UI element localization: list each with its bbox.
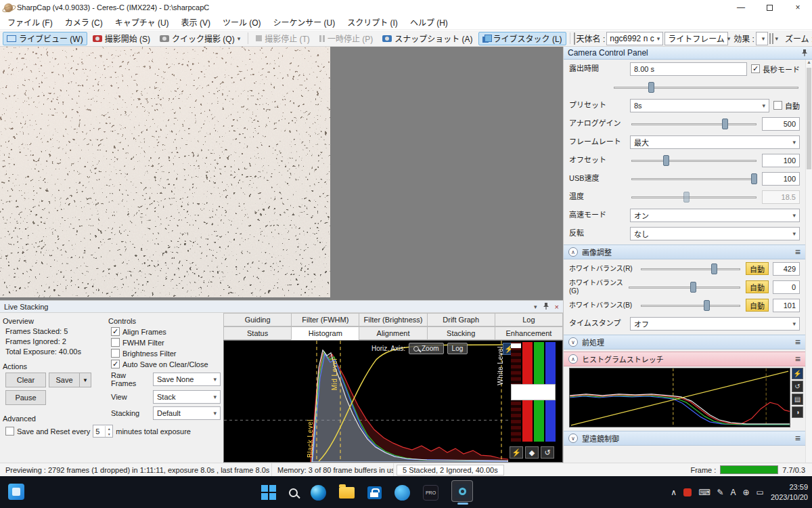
highspeed-select[interactable]: オン ▾ [630,209,800,222]
start-capture-button[interactable]: 撮影開始 (S) [89,32,154,45]
frame-type-combobox[interactable]: ライトフレーム ▾ [664,32,728,45]
tab-drift-graph[interactable]: Drift Graph [427,313,495,326]
scrollbar-thumb[interactable] [807,68,811,169]
fwhm-filter-checkbox[interactable]: FWHM Filter [111,338,222,347]
menu-camera[interactable]: カメラ (C) [59,15,109,29]
save-button[interactable]: Save [49,373,80,387]
wb-g-auto-button[interactable]: 自動 [746,280,769,293]
stacking-select[interactable]: Default ▾ [153,406,221,420]
stretch-histogram[interactable] [569,368,790,427]
usb-speed-value[interactable]: 100 [762,172,800,186]
pin-icon[interactable] [801,49,808,56]
reset-stretch-button[interactable]: ↺ [792,381,803,392]
slider-thumb[interactable] [751,173,757,184]
store-icon[interactable] [367,486,382,499]
save-dropdown-button[interactable]: ▼ [80,373,91,387]
zoom-button[interactable]: Zoom [409,343,444,354]
tab-filter-brightness[interactable]: Filter (Brightness) [359,313,427,326]
sharpcap-taskbar-icon[interactable] [451,480,473,502]
tray-expand-chevron[interactable]: ∧ [671,488,677,497]
clock[interactable]: 23:59 2023/10/20 [771,482,808,503]
clear-button[interactable]: Clear [5,373,46,387]
offset-slider[interactable] [630,154,758,167]
wb-b-slider[interactable] [639,299,742,312]
section-menu-icon[interactable]: ≡ [795,247,800,257]
preview-image[interactable] [0,47,330,297]
edge-icon[interactable] [311,485,326,501]
slider-thumb[interactable] [648,82,654,93]
auto-save-checkbox[interactable]: Auto Save on Clear/Close [111,360,222,368]
auto-stretch-button[interactable]: ⚡ [792,368,803,379]
preset-select[interactable]: 8s ▾ [630,99,769,112]
close-icon[interactable]: × [784,0,812,15]
save-reset-checkbox[interactable] [5,427,14,436]
menu-file[interactable]: ファイル (F) [1,15,59,29]
close-icon[interactable]: × [555,303,559,311]
pro-app-icon[interactable]: PRO [423,485,438,501]
effects-combobox[interactable]: ▾ [756,32,769,45]
section-preprocessing[interactable]: ∨ 前処理 ≡ [564,335,805,350]
section-menu-icon[interactable]: ≡ [795,433,800,444]
gain-value[interactable]: 500 [762,117,800,131]
pin-icon[interactable] [543,303,549,311]
tab-status[interactable]: Status [223,326,292,340]
snapshot-button[interactable]: スナップショット (A) [378,32,476,45]
pause-button[interactable]: Pause [5,390,46,405]
tab-histogram[interactable]: Histogram [291,326,359,340]
menu-help[interactable]: ヘルプ (H) [404,15,454,29]
tray-app-icon[interactable] [683,488,692,496]
reset-button[interactable]: ↺ [541,446,554,459]
brightness-filter-checkbox[interactable]: Brightness Filter [111,349,222,358]
live-view-button[interactable]: ライブビュー (W) [3,32,87,45]
search-icon[interactable] [289,488,298,497]
section-image-adjust[interactable]: ∧ 画像調整 ≡ [564,245,805,259]
wb-r-slider[interactable] [639,263,742,275]
file-explorer-icon[interactable] [339,487,355,499]
auto-exposure-checkbox[interactable]: 自動 [773,100,800,111]
wb-g-slider[interactable] [627,281,742,293]
slider-thumb[interactable] [704,300,710,311]
menu-sequencer[interactable]: シーケンサー (U) [267,15,342,29]
wb-r-auto-button[interactable]: 自動 [746,262,769,275]
flip-select[interactable]: なし ▾ [630,227,800,240]
wb-g-value[interactable]: 0 [773,280,800,294]
slider-thumb[interactable] [690,282,696,293]
minimize-icon[interactable]: — [727,0,755,15]
section-telescope[interactable]: ∨ 望遠鏡制御 ≡ [564,431,805,446]
display-stretch-button[interactable]: ◑ [792,406,803,418]
timestamp-select[interactable]: オフ ▾ [630,317,800,331]
framerate-select[interactable]: 最大 ▾ [630,135,800,149]
exposure-input[interactable]: 8.00 s [630,62,747,76]
keyboard-icon[interactable]: ⌨ [698,488,710,497]
pause-capture-button[interactable]: 一時停止 (P) [315,32,377,45]
tab-filter-fwhm[interactable]: Filter (FWHM) [291,313,359,326]
wb-b-auto-button[interactable]: 自動 [746,299,769,312]
maximize-icon[interactable] [755,0,784,15]
section-histogram-stretch[interactable]: ∧ ヒストグラムストレッチ ≡ [564,352,805,366]
save-stretch-button[interactable]: ▤ [792,394,803,405]
tab-enhancement[interactable]: Enhancement [495,326,563,340]
usb-speed-slider[interactable] [630,173,758,185]
object-name-combobox[interactable]: ngc6992 n c ▾ [606,32,663,45]
white-level-marker[interactable] [511,384,556,400]
midtone-button[interactable]: ◆ [525,446,539,459]
tab-guiding[interactable]: Guiding [223,313,292,326]
wb-r-value[interactable]: 429 [773,262,800,276]
menu-capture[interactable]: キャプチャ (U) [109,15,175,29]
section-menu-icon[interactable]: ≡ [795,354,800,364]
auto-stretch-button[interactable]: ⚡ [510,446,523,459]
offset-value[interactable]: 100 [762,154,800,167]
battery-icon[interactable]: ▭ [757,488,764,497]
tab-stacking[interactable]: Stacking [427,326,495,340]
section-menu-icon[interactable]: ≡ [795,337,800,347]
menu-script[interactable]: スクリプト (I) [341,15,404,29]
flat-frame-swatch[interactable] [772,33,773,44]
gain-slider[interactable] [630,118,758,130]
stack-histogram[interactable]: Black Level Mid Level White Level Horiz.… [223,340,563,463]
network-icon[interactable]: ⊕ [743,488,750,497]
start-button[interactable] [261,485,276,500]
widgets-icon[interactable] [8,484,24,500]
slider-thumb[interactable] [722,119,728,129]
long-exposure-checkbox[interactable]: 長秒モード [751,64,800,75]
stop-capture-button[interactable]: 撮影停止 (T) [252,32,314,45]
